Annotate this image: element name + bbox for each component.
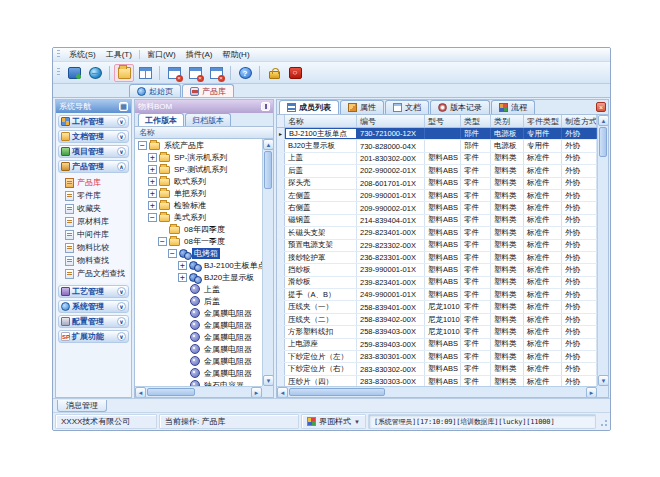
column-header-名称[interactable]: 名称 [285,115,357,127]
tree-item-金属膜电阻器[interactable]: 金属膜电阻器 [135,307,262,319]
resize-grip[interactable] [598,419,608,429]
table-row[interactable]: 后盖202-990002-01X塑料ABS零件塑料类标准件外协条 [277,165,597,177]
close-doc-icon[interactable] [164,64,184,82]
expand-icon[interactable]: + [148,165,157,174]
tab-成员列表[interactable]: 成员列表 [279,100,339,114]
tree-item-系统产品库[interactable]: −系统产品库 [135,139,262,151]
column-header-编号[interactable]: 编号 [357,115,425,127]
column-header-零件类型[interactable]: 零件类型 [524,115,562,127]
expand-icon[interactable]: + [178,273,187,282]
table-row[interactable]: 挡纱板239-990001-01X塑料ABS零件塑料类标准件外协条 [277,264,597,276]
toolbar-grip[interactable] [57,68,60,77]
tree-item-BJ-2100主板单点[interactable]: +BJ-2100主板单点 [135,259,262,271]
sidebar-group-文档管理[interactable]: 文档管理∨ [58,130,129,143]
tree-item-SP-测试机系列[interactable]: +SP-测试机系列 [135,163,262,175]
table-horizontal-scrollbar[interactable]: ◄ ► [277,386,597,397]
sidebar-item-产品库[interactable]: 产品库 [62,176,129,189]
sidebar-item-物料比较[interactable]: 物料比较 [62,241,129,254]
column-header-型号[interactable]: 型号 [425,115,461,127]
tab-起始页[interactable]: 起始页 [129,84,181,97]
tab-message-management[interactable]: 消息管理 [57,400,107,412]
tree-item-美式系列[interactable]: −美式系列 [135,211,262,223]
globe-icon[interactable] [85,64,105,82]
tree-horizontal-scrollbar[interactable]: ◄ ► [135,386,262,397]
tree-item-欧式系列[interactable]: +欧式系列 [135,175,262,187]
column-header-制造方式[interactable]: 制造方式 [562,115,597,127]
collapse-icon[interactable]: − [168,249,177,258]
chevron-down-icon[interactable]: ∨ [117,147,126,156]
scroll-right-icon[interactable]: ► [251,387,262,397]
tree-item-金属膜电阻器[interactable]: 金属膜电阻器 [135,343,262,355]
chevron-down-icon[interactable]: ∨ [117,287,126,296]
collapse-icon[interactable]: − [158,237,167,246]
table-row[interactable]: 方形塑料线扣258-839403-00X尼龙1010零件塑料类标准件外协条 [277,326,597,338]
table-row[interactable]: 下纱定位片（左）283-830301-00X塑料ABS零件塑料类标准件外协条 [277,351,597,363]
tree-vscroll-thumb[interactable] [264,151,272,189]
menu-item[interactable]: 帮助(H) [217,48,254,61]
ui-style-selector[interactable]: 界面样式 ▼ [301,414,366,429]
table-row[interactable]: 上电源座259-839403-00X塑料ABS零件塑料类标准件外协条 [277,339,597,351]
sidebar-item-中间件库[interactable]: 中间件库 [62,228,129,241]
scroll-left-icon[interactable]: ◄ [277,387,288,397]
table-row[interactable]: 预置电源支架229-823302-00X塑料ABS零件塑料类标准件外协条 [277,240,597,252]
tree-item-金属膜电阻器[interactable]: 金属膜电阻器 [135,331,262,343]
menu-item[interactable]: 系统(S) [64,48,101,61]
tree-item-后盖[interactable]: 后盖 [135,295,262,307]
sidebar-group-工艺管理[interactable]: 工艺管理∨ [58,285,129,298]
menu-item[interactable]: 窗口(W) [142,48,181,61]
tree-item-08年四季度[interactable]: 08年四季度 [135,223,262,235]
table-row[interactable]: 上盖201-830302-00X塑料ABS零件塑料类标准件外协条 [277,153,597,165]
tree-item-电烤箱[interactable]: −电烤箱 [135,247,262,259]
sidebar-group-项目管理[interactable]: 项目管理∨ [58,145,129,158]
table-row[interactable]: 压线夹（一）258-839401-00X尼龙1010零件塑料类标准件外协条 [277,301,597,313]
table-row[interactable]: 磁钢盖214-839404-01X塑料ABS零件塑料类标准件外协条 [277,215,597,227]
menubar-grip[interactable] [57,50,60,59]
table-row[interactable]: 长磁头支架229-823401-00X塑料ABS零件塑料类标准件外协条 [277,227,597,239]
tab-流程[interactable]: 流程 [491,100,535,114]
scroll-down-icon[interactable]: ▼ [263,375,273,386]
table-vscroll-thumb[interactable] [599,127,607,157]
chevron-down-icon[interactable]: ∨ [117,132,126,141]
table-row[interactable]: BJ20主显示板730-828000-04X部件电源板专用件外协颗 [277,140,597,152]
tab-工作版本[interactable]: 工作版本 [138,113,184,126]
chevron-up-icon[interactable]: ∧ [117,162,126,171]
close-all-icon[interactable] [185,64,205,82]
column-header-类别[interactable]: 类别 [491,115,524,127]
tab-产品库[interactable]: 产品库 [182,84,234,97]
tab-属性[interactable]: 属性 [340,100,384,114]
expand-icon[interactable]: + [148,189,157,198]
table-row[interactable]: 探头壳208-601701-01X塑料ABS零件塑料类标准件外协条 [277,178,597,190]
sidebar-item-零件库[interactable]: 零件库 [62,189,129,202]
collapse-icon[interactable]: − [138,141,147,150]
table-hscroll-thumb[interactable] [289,388,385,396]
open-folder-icon[interactable] [114,64,134,82]
tree-column-header[interactable]: 名称 [135,127,273,139]
tree-item-金属膜电阻器[interactable]: 金属膜电阻器 [135,367,262,379]
sidebar-item-收藏夹[interactable]: 收藏夹 [62,202,129,215]
sidebar-item-物料查找[interactable]: 物料查找 [62,254,129,267]
workspace-icon[interactable] [64,64,84,82]
menu-item[interactable]: 插件(A) [181,48,218,61]
expand-icon[interactable]: + [148,153,157,162]
tree-item-独石电容器[interactable]: 独石电容器 [135,379,262,386]
table-row[interactable]: 左侧盖209-990001-01X塑料ABS零件塑料类标准件外协条 [277,190,597,202]
table-row[interactable]: 提手（A、B）249-990001-01X塑料ABS零件塑料类标准件外协条 [277,289,597,301]
table-row[interactable]: 右侧盖209-990002-01X塑料ABS零件塑料类标准件外协条 [277,202,597,214]
scroll-right-icon[interactable]: ► [586,387,597,397]
tree-item-上盖[interactable]: 上盖 [135,283,262,295]
tab-文档[interactable]: 文档 [385,100,429,114]
tab-归档版本[interactable]: 归档版本 [185,113,231,126]
sidebar-menu-icon[interactable]: ▦ [119,102,128,111]
chevron-down-icon[interactable]: ∨ [117,117,126,126]
sidebar-item-原材料库[interactable]: 原材料库 [62,215,129,228]
tree-item-BJ20主显示板[interactable]: +BJ20主显示板 [135,271,262,283]
window-layout-icon[interactable] [135,64,155,82]
close-icon[interactable]: × [596,102,606,112]
menu-item[interactable]: 工具(T) [101,48,137,61]
collapse-icon[interactable]: − [148,213,157,222]
chevron-down-icon[interactable]: ∨ [117,332,126,341]
table-row[interactable]: ▸BJ-2100主板单点730-721000-12X部件电源板专用件外协颗 [277,128,597,140]
table-row[interactable]: 下纱定位片（右）283-830302-00X塑料ABS零件塑料类标准件外协条 [277,363,597,375]
sidebar-group-系统管理[interactable]: 系统管理∨ [58,300,129,313]
scroll-up-icon[interactable]: ▲ [598,115,608,126]
